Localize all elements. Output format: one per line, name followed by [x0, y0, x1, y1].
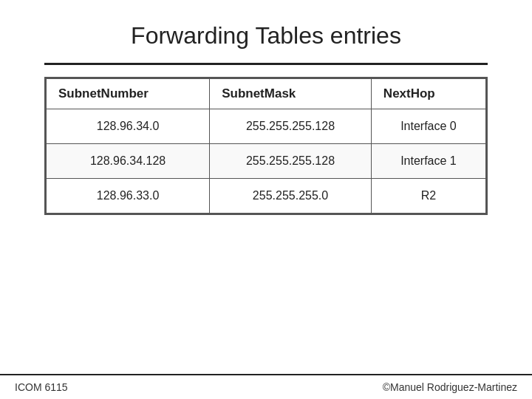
table-cell-0-1: 255.255.255.128 [210, 109, 372, 144]
table-cell-0-2: Interface 0 [371, 109, 485, 144]
table-cell-2-2: R2 [371, 179, 485, 214]
page-title: Forwarding Tables entries [131, 22, 401, 50]
footer: ICOM 6115 ©Manuel Rodriguez-Martinez [0, 374, 532, 399]
table-cell-2-0: 128.96.33.0 [47, 179, 210, 214]
footer-course: ICOM 6115 [15, 381, 68, 393]
table-cell-2-1: 255.255.255.0 [210, 179, 372, 214]
table-cell-1-1: 255.255.255.128 [210, 144, 372, 179]
col-header-subnet-number: SubnetNumber [47, 79, 210, 109]
table-cell-1-0: 128.96.34.128 [47, 144, 210, 179]
footer-copyright: ©Manuel Rodriguez-Martinez [383, 381, 517, 393]
top-divider [44, 63, 488, 65]
forwarding-table: SubnetNumber SubnetMask NextHop 128.96.3… [46, 78, 486, 214]
table-row: 128.96.34.128255.255.255.128Interface 1 [47, 144, 486, 179]
main-content: Forwarding Tables entries SubnetNumber S… [0, 0, 532, 374]
table-cell-1-2: Interface 1 [371, 144, 485, 179]
table-cell-0-0: 128.96.34.0 [47, 109, 210, 144]
table-header-row: SubnetNumber SubnetMask NextHop [47, 79, 486, 109]
table-row: 128.96.33.0255.255.255.0R2 [47, 179, 486, 214]
table-row: 128.96.34.0255.255.255.128Interface 0 [47, 109, 486, 144]
forwarding-table-container: SubnetNumber SubnetMask NextHop 128.96.3… [44, 77, 488, 215]
col-header-next-hop: NextHop [371, 79, 485, 109]
col-header-subnet-mask: SubnetMask [210, 79, 372, 109]
